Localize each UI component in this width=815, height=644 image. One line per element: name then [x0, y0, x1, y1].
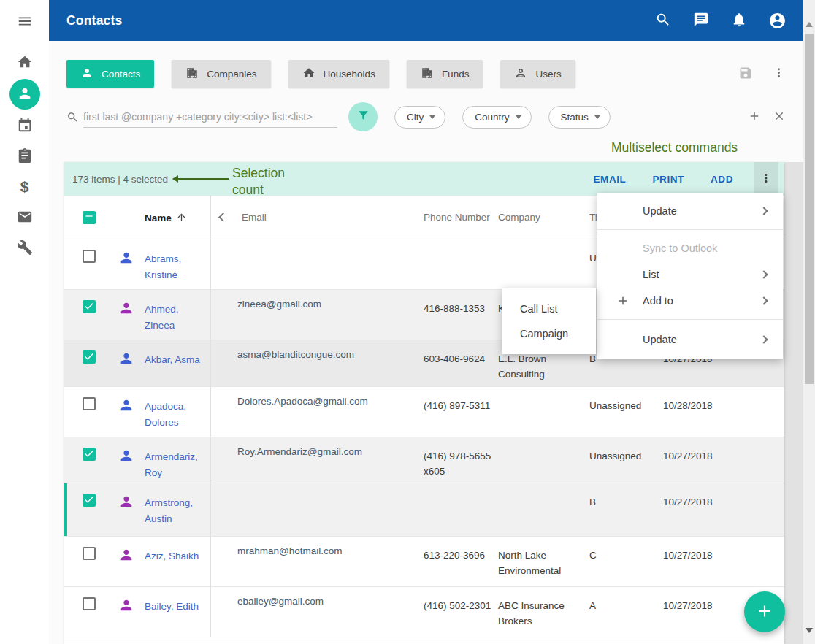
tab-contacts[interactable]: Contacts [66, 60, 154, 88]
menu-item-label: Add to [643, 295, 673, 307]
contact-avatar-icon[interactable] [118, 350, 134, 369]
email-selected-button[interactable]: EMAIL [593, 174, 626, 185]
row-company-cell [498, 239, 589, 289]
clear-search-button[interactable] [773, 110, 786, 125]
row-checkbox[interactable] [83, 250, 96, 263]
add-contact-fab[interactable] [744, 591, 785, 632]
table-row[interactable]: Bailey, Edithebailey@gmail.com(416) 502-… [64, 587, 784, 637]
person-outline-icon [514, 66, 527, 82]
contact-name-link[interactable]: Bailey, Edith [145, 601, 199, 612]
contact-avatar-icon[interactable] [118, 448, 134, 466]
frozen-cells: Akbar, Asma [64, 340, 211, 386]
sidebar-item-menu[interactable] [9, 7, 40, 37]
wrench-icon [17, 239, 33, 258]
contact-name-link[interactable]: Aziz, Shaikh [145, 551, 199, 561]
appbar-notifications-button[interactable] [730, 12, 748, 29]
contact-name-link[interactable]: Armstrong, Austin [145, 497, 193, 524]
sidebar-item-tools[interactable] [9, 234, 40, 263]
scroll-up-icon[interactable] [806, 22, 813, 27]
page-title: Contacts [66, 13, 122, 28]
multiselect-more-button[interactable] [754, 162, 778, 196]
row-avatar-cell [101, 290, 136, 318]
sidebar-item-contacts[interactable] [9, 79, 40, 110]
row-checkbox[interactable] [83, 350, 96, 364]
appbar-account-button[interactable] [768, 12, 786, 29]
submenu-item-call-list[interactable]: Call List [502, 296, 596, 321]
tab-companies[interactable]: Companies [172, 60, 270, 88]
filter-chip-city[interactable]: City [394, 106, 445, 129]
filter-button[interactable] [348, 102, 378, 131]
menu-item-update[interactable]: Update [597, 198, 783, 224]
row-checkbox-cell [64, 290, 101, 313]
table-row[interactable]: Apadoca, DoloresDolores.Apadoca@gmail.co… [64, 387, 784, 437]
contact-avatar-icon[interactable] [118, 250, 134, 268]
home-icon [17, 54, 33, 72]
table-row[interactable]: Armendariz, RoyRoy.Armendariz@gmail.com(… [64, 437, 784, 483]
sidebar-item-calendar[interactable] [9, 111, 40, 140]
page-scrollbar[interactable] [803, 0, 815, 644]
table-row[interactable]: Aziz, Shaikhmrahman@hotmail.com613-220-3… [64, 537, 784, 587]
contact-name-link[interactable]: Armendariz, Roy [145, 451, 198, 478]
row-checkbox[interactable] [83, 448, 96, 461]
contact-name-link[interactable]: Akbar, Asma [145, 354, 200, 365]
chip-label: Status [561, 112, 589, 123]
submenu-item-campaign[interactable]: Campaign [502, 321, 596, 346]
row-checkbox[interactable] [83, 494, 96, 507]
column-header-name[interactable]: Name [145, 212, 172, 223]
add-selected-button[interactable]: ADD [711, 174, 733, 185]
chevron-right-icon [759, 296, 768, 304]
scrollbar-thumb[interactable] [805, 34, 814, 384]
tab-funds[interactable]: Funds [407, 60, 483, 88]
add-search-criteria-button[interactable] [748, 110, 761, 125]
contact-name-link[interactable]: Abrams, Kristine [145, 253, 181, 280]
row-tier-cell: C [589, 537, 663, 586]
sidebar-item-billing[interactable]: $ [9, 172, 40, 202]
row-checkbox[interactable] [83, 547, 96, 560]
filter-chip-country[interactable]: Country [462, 106, 531, 129]
contact-avatar-icon[interactable] [118, 547, 134, 565]
frozen-cells: Ahmed, Zineea [64, 290, 211, 340]
filter-chip-status[interactable]: Status [548, 106, 611, 129]
notifications-icon [731, 19, 747, 30]
print-selected-button[interactable]: PRINT [652, 174, 684, 185]
menu-item-list[interactable]: List [597, 261, 783, 288]
frozen-columns-header: Name [64, 196, 211, 239]
chevron-right-icon [759, 270, 768, 278]
collapse-columns-icon[interactable] [218, 212, 228, 222]
building-icon [185, 66, 199, 82]
appbar-chat-button[interactable] [692, 12, 710, 29]
contact-avatar-icon[interactable] [118, 300, 134, 318]
column-header-company[interactable]: Company [498, 212, 589, 223]
menu-item-update[interactable]: Update [597, 325, 783, 354]
sidebar-item-home[interactable] [9, 48, 40, 77]
contact-avatar-icon[interactable] [118, 397, 134, 415]
contact-name-link[interactable]: Ahmed, Zineea [145, 304, 179, 331]
row-tier-cell: A [589, 587, 663, 637]
row-checkbox-cell [64, 340, 101, 364]
tab-households[interactable]: Households [288, 60, 389, 88]
tab-users[interactable]: Users [500, 60, 575, 88]
sidebar-item-mail[interactable] [9, 203, 40, 232]
menu-item-sync-to-outlook[interactable]: Sync to Outlook [597, 235, 783, 261]
row-email-cell: asma@blanditcongue.com [211, 340, 424, 386]
row-tier-cell: Unassigned [589, 437, 663, 483]
scroll-down-icon[interactable] [806, 628, 813, 633]
kebab-button[interactable] [772, 66, 786, 82]
column-header-phone[interactable]: Phone Number [424, 212, 498, 223]
row-checkbox[interactable] [83, 397, 96, 410]
search-input[interactable] [83, 106, 337, 128]
contact-name-link[interactable]: Apadoca, Dolores [145, 401, 186, 428]
select-all-checkbox[interactable] [83, 211, 96, 224]
sidebar-item-tasks[interactable] [9, 142, 40, 171]
column-header-email[interactable]: Email [242, 212, 267, 223]
row-checkbox[interactable] [83, 300, 96, 313]
row-checkbox[interactable] [83, 597, 96, 610]
menu-item-add-to[interactable]: Add to [597, 288, 783, 314]
save-button[interactable] [738, 66, 753, 83]
appbar-search-button[interactable] [654, 12, 672, 29]
table-row[interactable]: Armstrong, AustinB10/27/2018 [64, 483, 784, 537]
search-bar-actions [748, 110, 786, 125]
contact-avatar-icon[interactable] [118, 494, 134, 512]
contact-avatar-icon[interactable] [118, 597, 134, 616]
row-company-cell: North Lake Environmental [498, 537, 589, 586]
